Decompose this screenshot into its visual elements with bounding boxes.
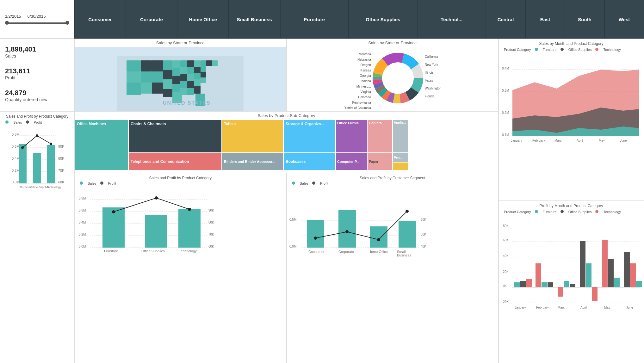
treemap-telephones[interactable]: Telephones and Communication [128, 153, 222, 170]
y-spc-0: 0.0M [79, 245, 86, 248]
pt-2 [155, 196, 158, 200]
pm-jun-tec [630, 263, 636, 287]
x-apr: April [577, 139, 583, 142]
donut-label-virginia: Virginia [344, 90, 371, 94]
y2-spc-60k: 60K [208, 245, 214, 248]
category-technology[interactable]: Technol... [417, 0, 486, 39]
pm-jan-tec [526, 279, 532, 287]
profit-line-cat [22, 136, 51, 148]
chart-spc-svg: 0.0M 0.2M 0.4M 0.6M 0.8M 60K 70K 80K 90K [77, 186, 223, 255]
treemap-paper[interactable]: Paper [367, 153, 393, 170]
donut-hole [384, 64, 412, 92]
region-east[interactable]: East [525, 0, 565, 39]
profit-value: 213,611 [5, 67, 69, 75]
treemap-label-computer: Computer P... [337, 160, 359, 163]
map-state-oh [194, 60, 201, 67]
bar-furniture [19, 144, 27, 183]
treemap-copiers[interactable]: Copiers ... [367, 120, 393, 153]
x-jan: January [511, 139, 522, 142]
donut-labels-right: California New York Illinois Texas Washi… [423, 55, 441, 98]
chart-spc-title: Sales and Profit by Product Category [77, 176, 284, 180]
category-furniture[interactable]: Furniture [280, 0, 349, 39]
y2-sps-50k: 50K [421, 233, 426, 236]
pt-3 [188, 208, 191, 211]
sm-furniture: Furniture [543, 48, 557, 52]
y-pm-n20: -20K [502, 300, 509, 304]
map-state-vt [206, 60, 212, 66]
map-state-pa [194, 67, 201, 73]
donut-label-florida: Florida [425, 95, 441, 98]
segment-small-business[interactable]: Small Business [229, 0, 280, 39]
donut-labels-left: Montana Nebraska Oregon Kansas Georgia I… [344, 52, 373, 110]
bar-tech [47, 145, 55, 183]
donut-label-illinois: Illinois [425, 71, 441, 74]
y2-sps-60k: 60K [421, 218, 426, 221]
map-left: Sales by State or Province [74, 39, 287, 111]
bar-full-office [145, 215, 167, 248]
y2-spc-80k: 80K [208, 221, 214, 224]
map-state-sc [194, 79, 201, 86]
chart-legend-spc: Sales Profit [3, 120, 71, 125]
pm-jun-fur [636, 281, 642, 287]
y-spc-04: 0.4M [79, 221, 86, 224]
segment-home-office[interactable]: Home Office [177, 0, 229, 39]
sm-tech: Technology [603, 48, 621, 52]
treemap-pen[interactable]: Pen... [393, 153, 408, 162]
pm-feb-off [548, 282, 553, 287]
bar-small-biz [399, 221, 416, 248]
donut-label-colorado: Colorado [344, 95, 371, 99]
region-west[interactable]: West [604, 0, 644, 39]
bar-home-office [370, 226, 387, 248]
treemap-appliance[interactable]: Applia... [393, 120, 408, 153]
line-profit-full [114, 198, 189, 212]
y-axis-08m: 0.8M [12, 132, 19, 136]
treemap-office-furnish[interactable]: Office Furnis... [336, 120, 367, 153]
donut-label-kansas: Kansas [344, 69, 371, 72]
legend-profit-dot-s [312, 182, 316, 185]
map-state-nm [152, 83, 163, 94]
date-filter[interactable]: 1/2/2015 6/30/2015 [0, 0, 74, 39]
chart-pm-title: Profit by Month and Product Category [501, 204, 641, 208]
treemap-title: Sales by Product Sub-Category [75, 112, 498, 120]
treemap-office-machines[interactable]: Office Machines [75, 120, 128, 170]
chart-pm-svg: -20K 0K 20K 40K 60K 80K [501, 214, 642, 312]
region-buttons: Central East South West [486, 0, 644, 39]
legend-profit-dot [26, 120, 30, 124]
treemap-storage[interactable]: Storage & Organiza... [283, 120, 336, 153]
pm-feb-tec [536, 263, 541, 287]
chart-sps-title: Sales and Profit by Customer Segment [289, 176, 496, 180]
y-axis-02m: 0.2M [12, 169, 19, 172]
y-pm-20k: 20K [503, 270, 509, 274]
chart-spc-legend: Sales Profit [77, 181, 284, 186]
treemap-yellow[interactable] [393, 162, 408, 170]
treemap-tables[interactable]: Tables [222, 120, 283, 153]
treemap-bookcases[interactable]: Bookcases [283, 153, 336, 170]
x-small-biz-2: Business [397, 253, 411, 257]
y-sps-0: 0.0M [289, 245, 296, 248]
region-south[interactable]: South [565, 0, 604, 39]
kpi-panel: 1,898,401 Sales 213,611 Profit 24,879 Qu… [0, 39, 74, 111]
map-state-nj [201, 66, 206, 72]
pm-mar-tec [558, 287, 563, 297]
treemap-far-right: Copiers ... Paper [367, 120, 393, 170]
segment-corporate[interactable]: Corporate [126, 0, 177, 39]
map-state-ca [127, 83, 141, 95]
pm-may-fur [614, 278, 620, 287]
category-office-supplies[interactable]: Office Supplies [349, 0, 417, 39]
treemap-computer[interactable]: Computer P... [336, 153, 367, 170]
date-slider[interactable] [5, 22, 69, 24]
bar-line-chart-category: 0.0M 0.2M 0.4M 0.6M 0.8M 60K 70K 80K 90K [3, 125, 69, 188]
region-central[interactable]: Central [486, 0, 525, 39]
map-state-ms [180, 88, 187, 95]
treemap-binders[interactable]: Binders and Binder Accessor... [222, 153, 283, 170]
y-spc-02: 0.2M [79, 233, 86, 236]
treemap-chairs[interactable]: Chairs & Chairmats [128, 120, 222, 153]
map-state-mt [152, 60, 163, 71]
spc-profit-lbl: Profit [108, 182, 116, 185]
legend-pm-office-dot [560, 210, 565, 214]
sales-profit-category-panel: Sales and Profit by Product Category Sal… [0, 111, 74, 363]
segment-consumer[interactable]: Consumer [74, 0, 126, 39]
bar-full-tech [178, 209, 201, 248]
map-state-wa [127, 60, 141, 71]
map-right-title: Sales by State or Province [287, 39, 498, 47]
